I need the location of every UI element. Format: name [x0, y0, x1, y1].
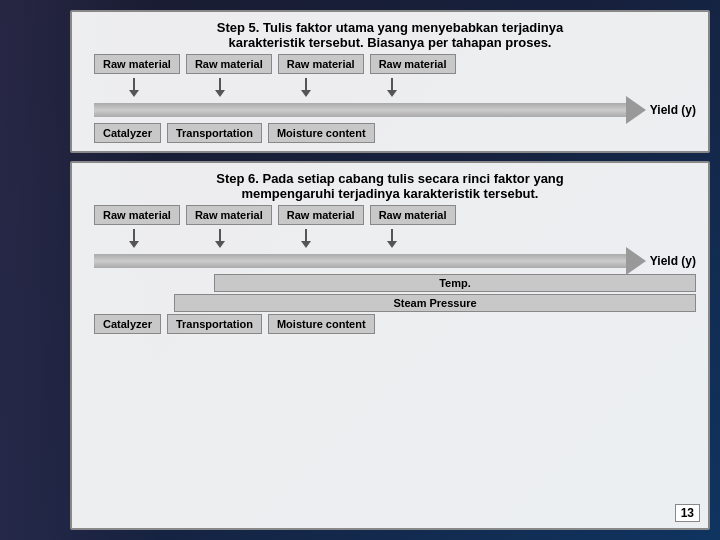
step6-arrow-head-3 — [301, 241, 311, 248]
step6-arrow-body — [94, 254, 626, 268]
step6-arrow-line-2 — [219, 229, 221, 241]
step5-raw-materials-row: Raw material Raw material Raw material R… — [84, 54, 696, 74]
step6-arrow-2 — [180, 229, 260, 248]
step5-moisture-label: Moisture content — [268, 123, 375, 143]
step6-steam-label: Steam Pressure — [174, 294, 696, 312]
step6-title: Step 6. Pada setiap cabang tulis secara … — [84, 171, 696, 201]
step5-arrow-line-4 — [391, 78, 393, 90]
step6-title-line2: mempengaruhi terjadinya karakteristik te… — [242, 186, 539, 201]
step6-raw-material-4: Raw material — [370, 205, 456, 225]
step5-arrow-3 — [266, 78, 346, 97]
step5-arrow-head — [626, 96, 646, 124]
step6-arrow-line-1 — [133, 229, 135, 241]
step6-arrow-3 — [266, 229, 346, 248]
step6-raw-materials-row: Raw material Raw material Raw material R… — [84, 205, 696, 225]
step6-arrow-head — [626, 247, 646, 275]
step5-arrow-head-2 — [215, 90, 225, 97]
step5-raw-material-1: Raw material — [94, 54, 180, 74]
step6-arrow-head-4 — [387, 241, 397, 248]
step5-yield-label: Yield (y) — [650, 103, 696, 117]
step5-raw-material-2: Raw material — [186, 54, 272, 74]
step5-arrow-head-4 — [387, 90, 397, 97]
step5-title-line1: Step 5. Tulis faktor utama yang menyebab… — [217, 20, 564, 35]
step5-arrow-4 — [352, 78, 432, 97]
step6-transportation-label: Transportation — [167, 314, 262, 334]
step6-moisture-label: Moisture content — [268, 314, 375, 334]
step5-raw-material-4: Raw material — [370, 54, 456, 74]
step6-catalyzer-label: Catalyzer — [94, 314, 161, 334]
step6-arrow-4 — [352, 229, 432, 248]
step5-arrow-line-3 — [305, 78, 307, 90]
step6-arrow-head-1 — [129, 241, 139, 248]
step5-raw-material-3: Raw material — [278, 54, 364, 74]
step6-arrow-1 — [94, 229, 174, 248]
step5-main-arrow — [94, 101, 646, 119]
page-number: 13 — [675, 504, 700, 522]
step6-arrow-line-3 — [305, 229, 307, 241]
step5-transportation-label: Transportation — [167, 123, 262, 143]
step6-raw-material-1: Raw material — [94, 205, 180, 225]
step5-arrow-row: Yield (y) — [84, 101, 696, 119]
step6-arrow-line-4 — [391, 229, 393, 241]
step5-arrow-line-2 — [219, 78, 221, 90]
step5-title: Step 5. Tulis faktor utama yang menyebab… — [84, 20, 696, 50]
step5-arrow-body — [94, 103, 626, 117]
step5-arrow-2 — [180, 78, 260, 97]
step5-box: Step 5. Tulis faktor utama yang menyebab… — [70, 10, 710, 153]
step5-arrow-1 — [94, 78, 174, 97]
step5-sub-labels: Catalyzer Transportation Moisture conten… — [84, 123, 696, 143]
step5-title-line2: karakteristik tersebut. Biasanya per tah… — [229, 35, 552, 50]
step5-arrow-head-1 — [129, 90, 139, 97]
step6-box: Step 6. Pada setiap cabang tulis secara … — [70, 161, 710, 530]
step6-temp-label: Temp. — [214, 274, 696, 292]
step5-arrow-line-1 — [133, 78, 135, 90]
step6-arrow-row: Yield (y) — [84, 252, 696, 270]
step6-raw-material-2: Raw material — [186, 205, 272, 225]
step6-sub-labels: Catalyzer Transportation Moisture conten… — [84, 314, 696, 334]
step5-catalyzer-label: Catalyzer — [94, 123, 161, 143]
step6-down-arrows — [84, 229, 696, 248]
main-container: Step 5. Tulis faktor utama yang menyebab… — [70, 10, 710, 530]
step6-yield-label: Yield (y) — [650, 254, 696, 268]
step5-arrow-head-3 — [301, 90, 311, 97]
step6-main-arrow — [94, 252, 646, 270]
step6-arrow-head-2 — [215, 241, 225, 248]
step6-raw-material-3: Raw material — [278, 205, 364, 225]
step6-title-line1: Step 6. Pada setiap cabang tulis secara … — [216, 171, 564, 186]
step5-down-arrows — [84, 78, 696, 97]
